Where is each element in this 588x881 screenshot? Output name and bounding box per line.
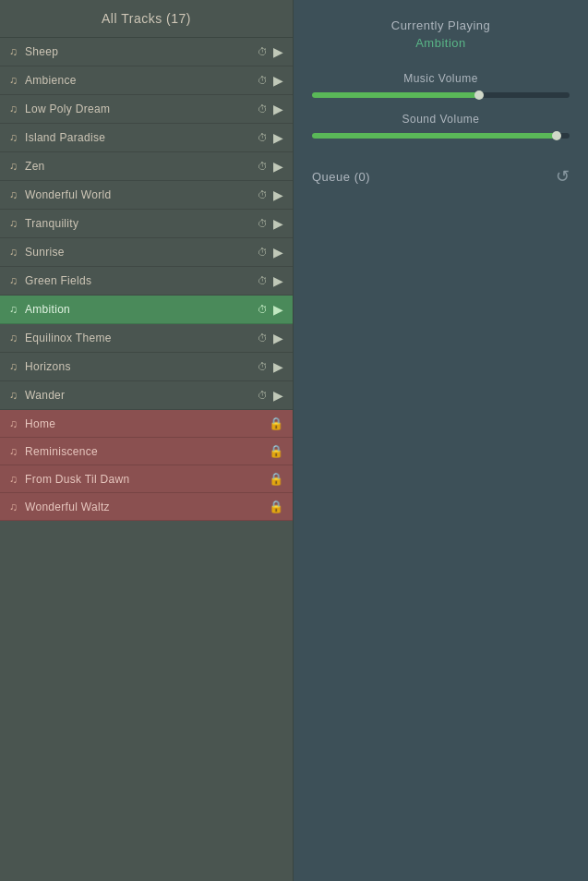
play-icon[interactable]: ▶ bbox=[273, 130, 283, 145]
track-row[interactable]: ♫Island Paradise⏱▶ bbox=[0, 124, 293, 152]
clock-icon[interactable]: ⏱ bbox=[258, 103, 268, 115]
clock-icon[interactable]: ⏱ bbox=[258, 75, 268, 86]
play-icon[interactable]: ▶ bbox=[273, 44, 283, 59]
play-icon[interactable]: ▶ bbox=[273, 245, 283, 259]
music-note-icon: ♫ bbox=[9, 303, 18, 316]
music-note-icon: ♫ bbox=[9, 389, 18, 402]
track-row[interactable]: ♫Home🔒 bbox=[0, 410, 293, 438]
tracks-list: ♫Sheep⏱▶♫Ambience⏱▶♫Low Poly Dream⏱▶♫Isl… bbox=[0, 38, 293, 881]
music-note-icon: ♫ bbox=[9, 501, 18, 513]
currently-playing-section: Currently Playing Ambition bbox=[308, 18, 573, 50]
track-row[interactable]: ♫Wonderful Waltz🔒 bbox=[0, 493, 293, 521]
sound-volume-slider[interactable] bbox=[312, 133, 570, 139]
music-note-icon: ♫ bbox=[9, 103, 18, 115]
track-actions: ⏱▶ bbox=[258, 273, 283, 288]
track-name: Ambition bbox=[25, 303, 258, 316]
track-actions: ⏱▶ bbox=[258, 159, 283, 174]
track-name: Low Poly Dream bbox=[25, 103, 258, 115]
track-name: Tranquility bbox=[25, 217, 258, 230]
track-actions: ⏱▶ bbox=[258, 388, 283, 403]
clock-icon[interactable]: ⏱ bbox=[258, 332, 268, 344]
track-name: Wonderful World bbox=[25, 188, 258, 201]
play-icon[interactable]: ▶ bbox=[273, 302, 283, 317]
track-name: Wonderful Waltz bbox=[25, 501, 269, 513]
currently-playing-label: Currently Playing bbox=[308, 18, 573, 32]
track-name: Sunrise bbox=[25, 246, 258, 259]
track-actions: ⏱▶ bbox=[258, 102, 283, 116]
clock-icon[interactable]: ⏱ bbox=[258, 218, 268, 229]
play-icon[interactable]: ▶ bbox=[273, 73, 283, 88]
track-actions: ⏱▶ bbox=[258, 44, 283, 59]
clock-icon[interactable]: ⏱ bbox=[258, 189, 268, 200]
clock-icon[interactable]: ⏱ bbox=[258, 161, 268, 172]
sound-volume-label: Sound Volume bbox=[308, 113, 573, 126]
clock-icon[interactable]: ⏱ bbox=[258, 304, 268, 315]
track-row[interactable]: ♫Sheep⏱▶ bbox=[0, 38, 293, 66]
queue-refresh-button[interactable]: ↺ bbox=[556, 166, 570, 187]
track-actions: 🔒 bbox=[269, 500, 283, 513]
track-actions: ⏱▶ bbox=[258, 130, 283, 145]
track-row[interactable]: ♫Tranquility⏱▶ bbox=[0, 210, 293, 238]
music-volume-label: Music Volume bbox=[308, 72, 573, 85]
track-row[interactable]: ♫Reminiscence🔒 bbox=[0, 438, 293, 465]
right-panel: Currently Playing Ambition Music Volume … bbox=[294, 0, 588, 881]
lock-icon: 🔒 bbox=[269, 416, 283, 430]
clock-icon[interactable]: ⏱ bbox=[258, 247, 268, 258]
music-note-icon: ♫ bbox=[9, 246, 18, 259]
play-icon[interactable]: ▶ bbox=[273, 216, 283, 231]
track-row[interactable]: ♫Low Poly Dream⏱▶ bbox=[0, 95, 293, 124]
track-row[interactable]: ♫Sunrise⏱▶ bbox=[0, 238, 293, 267]
lock-icon: 🔒 bbox=[269, 444, 283, 458]
music-note-icon: ♫ bbox=[9, 445, 18, 458]
queue-section: Queue (0) ↺ bbox=[308, 161, 573, 192]
clock-icon[interactable]: ⏱ bbox=[258, 132, 268, 143]
play-icon[interactable]: ▶ bbox=[273, 331, 283, 345]
track-row[interactable]: ♫Zen⏱▶ bbox=[0, 152, 293, 181]
music-note-icon: ♫ bbox=[9, 131, 18, 144]
clock-icon[interactable]: ⏱ bbox=[258, 275, 268, 286]
music-volume-thumb[interactable] bbox=[474, 91, 484, 100]
music-volume-slider[interactable] bbox=[312, 92, 570, 98]
track-name: Island Paradise bbox=[25, 131, 258, 144]
play-icon[interactable]: ▶ bbox=[273, 187, 283, 202]
track-row[interactable]: ♫Horizons⏱▶ bbox=[0, 353, 293, 381]
track-name: Reminiscence bbox=[25, 445, 269, 458]
track-name: Sheep bbox=[25, 45, 258, 58]
lock-icon: 🔒 bbox=[269, 472, 283, 486]
track-row[interactable]: ♫Ambition⏱▶ bbox=[0, 296, 293, 324]
track-row[interactable]: ♫Green Fields⏱▶ bbox=[0, 267, 293, 296]
track-name: Horizons bbox=[25, 360, 258, 373]
clock-icon[interactable]: ⏱ bbox=[258, 361, 268, 372]
track-actions: ⏱▶ bbox=[258, 302, 283, 317]
play-icon[interactable]: ▶ bbox=[273, 102, 283, 116]
track-actions: ⏱▶ bbox=[258, 359, 283, 374]
track-name: Wander bbox=[25, 389, 258, 402]
clock-icon[interactable]: ⏱ bbox=[258, 390, 268, 401]
music-note-icon: ♫ bbox=[9, 45, 18, 58]
left-panel: All Tracks (17) ♫Sheep⏱▶♫Ambience⏱▶♫Low … bbox=[0, 0, 294, 881]
lock-icon: 🔒 bbox=[269, 500, 283, 513]
play-icon[interactable]: ▶ bbox=[273, 273, 283, 288]
currently-playing-track: Ambition bbox=[308, 36, 573, 50]
track-name: Home bbox=[25, 417, 269, 430]
track-actions: 🔒 bbox=[269, 444, 283, 458]
track-name: From Dusk Til Dawn bbox=[25, 473, 269, 486]
music-note-icon: ♫ bbox=[9, 160, 18, 173]
track-name: Green Fields bbox=[25, 274, 258, 287]
tracks-header: All Tracks (17) bbox=[0, 0, 293, 38]
music-note-icon: ♫ bbox=[9, 473, 18, 486]
track-actions: ⏱▶ bbox=[258, 331, 283, 345]
track-row[interactable]: ♫Equilinox Theme⏱▶ bbox=[0, 324, 293, 353]
music-note-icon: ♫ bbox=[9, 217, 18, 230]
track-row[interactable]: ♫Wonderful World⏱▶ bbox=[0, 181, 293, 210]
track-row[interactable]: ♫Ambience⏱▶ bbox=[0, 66, 293, 95]
sound-volume-thumb[interactable] bbox=[552, 131, 561, 140]
play-icon[interactable]: ▶ bbox=[273, 159, 283, 174]
clock-icon[interactable]: ⏱ bbox=[258, 46, 268, 57]
track-row[interactable]: ♫Wander⏱▶ bbox=[0, 381, 293, 410]
track-name: Zen bbox=[25, 160, 258, 173]
play-icon[interactable]: ▶ bbox=[273, 388, 283, 403]
track-actions: 🔒 bbox=[269, 472, 283, 486]
track-row[interactable]: ♫From Dusk Til Dawn🔒 bbox=[0, 465, 293, 493]
play-icon[interactable]: ▶ bbox=[273, 359, 283, 374]
